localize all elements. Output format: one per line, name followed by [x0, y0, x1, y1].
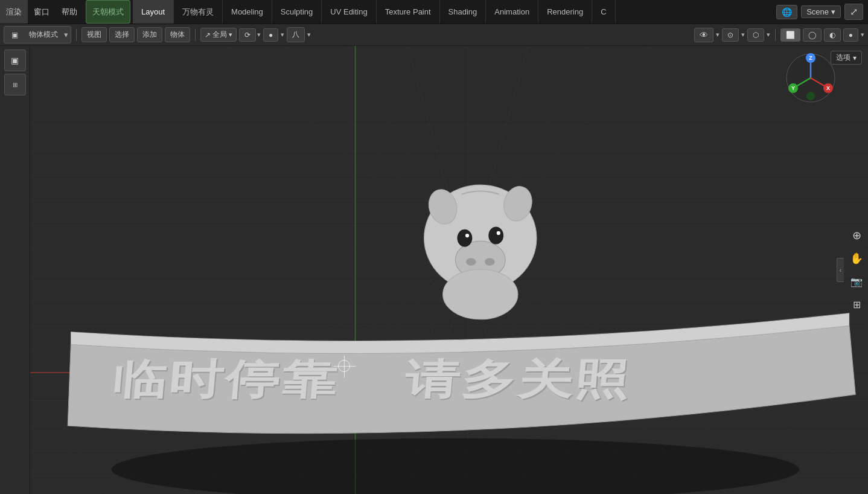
render-dropdown[interactable]: ▾ — [861, 31, 864, 39]
svg-point-51 — [488, 227, 503, 245]
tab-wanwu[interactable]: 万物有灵 — [174, 0, 223, 24]
tab-texture-paint[interactable]: Texture Paint — [377, 0, 440, 24]
rendered-mode-btn[interactable]: ◐ — [824, 28, 841, 42]
axis-gizmo[interactable]: Z X Y — [783, 51, 838, 105]
tool-select[interactable]: ▣ — [4, 50, 26, 71]
tab-modeling[interactable]: Modeling — [223, 0, 272, 24]
snap-dropdown[interactable]: ▾ — [257, 31, 261, 39]
sync-icon[interactable]: 🌐 — [776, 5, 797, 19]
eight-dropdown[interactable]: ▾ — [307, 31, 311, 39]
add-menu-btn[interactable]: 添加 — [137, 27, 162, 42]
proportional-btn[interactable]: ● — [263, 28, 278, 42]
xray-btn[interactable]: ⬡ — [747, 28, 764, 42]
mode-dropdown-arrow[interactable]: ▾ — [64, 30, 68, 39]
main-area: ▣ ⊞ Collection — [0, 46, 868, 494]
proportional-dropdown[interactable]: ▾ — [281, 31, 284, 39]
overlay-btn[interactable]: ⊙ — [722, 28, 739, 42]
viewport: Collection — [30, 46, 868, 494]
window-menu[interactable]: 窗口 — [28, 0, 56, 24]
tool-transform[interactable]: ⊞ — [4, 74, 26, 95]
scene-dropdown-arrow: ▾ — [831, 7, 835, 16]
mode-toggle-icon[interactable]: ▣ — [7, 29, 23, 41]
grid-view-btn[interactable]: ⊞ — [847, 295, 866, 313]
render-menu[interactable]: 渲染 — [0, 0, 28, 24]
tab-shading[interactable]: Shading — [440, 0, 487, 24]
tab-c[interactable]: C — [592, 0, 615, 24]
object-mode-btn[interactable]: 物体模式 — [24, 28, 63, 42]
transform-icon: ↗ — [205, 31, 211, 39]
snap-btn[interactable]: ⟳ — [239, 28, 256, 42]
tab-uv-editing[interactable]: UV Editing — [322, 0, 376, 24]
svg-text:X: X — [826, 85, 830, 91]
select-options-label: 选项 — [836, 53, 850, 63]
svg-point-50 — [457, 229, 472, 247]
scene-svg: 临时停靠 临时停靠 请多关照 请多关照 — [30, 46, 868, 494]
shading-dropdown[interactable]: ▾ — [716, 31, 720, 39]
separator-3 — [775, 29, 776, 41]
menu-right: 🌐 Scene ▾ ⤢ — [776, 4, 868, 20]
scene-name: Scene — [806, 7, 829, 16]
svg-rect-57 — [459, 282, 503, 301]
material-mode-btn[interactable]: ◯ — [803, 28, 822, 42]
eight-btn[interactable]: 八 — [287, 27, 305, 42]
mode-selector[interactable]: 天朝模式 — [86, 0, 130, 24]
separator-1 — [76, 29, 77, 41]
svg-point-52 — [465, 234, 469, 237]
xray-dropdown[interactable]: ▾ — [767, 31, 770, 39]
camera-btn[interactable]: 📷 — [847, 272, 866, 290]
svg-text:临时停靠: 临时停靠 — [110, 357, 340, 402]
workspace-tabs: Layout 万物有灵 Modeling Sculpting UV Editin… — [133, 0, 776, 24]
select-options-arrow: ▾ — [853, 54, 857, 62]
separator-2 — [195, 29, 196, 41]
svg-point-48 — [466, 258, 476, 265]
view-menu-btn[interactable]: 视图 — [81, 27, 107, 42]
menu-left: 渲染 窗口 帮助 天朝模式 — [0, 0, 133, 24]
scene-selector[interactable]: Scene ▾ — [801, 5, 841, 18]
tab-layout[interactable]: Layout — [133, 0, 174, 24]
top-menu-bar: 渲染 窗口 帮助 天朝模式 Layout 万物有灵 Modeling Sculp… — [0, 0, 868, 24]
expand-icon[interactable]: ⤢ — [844, 4, 863, 20]
global-dropdown[interactable]: ▾ — [229, 31, 232, 39]
tab-sculpting[interactable]: Sculpting — [272, 0, 322, 24]
select-menu-btn[interactable]: 选择 — [109, 27, 135, 42]
object-menu-btn[interactable]: 物体 — [165, 27, 190, 42]
left-panel: ▣ ⊞ — [0, 46, 30, 494]
second-toolbar: ▣ 物体模式 ▾ 视图 选择 添加 物体 ↗ 全局 ▾ ⟳ ▾ ● ▾ 八 ▾ … — [0, 24, 868, 46]
svg-text:请多关照: 请多关照 — [403, 357, 633, 402]
global-label: 全局 — [212, 30, 227, 40]
overlay-dropdown[interactable]: ▾ — [741, 31, 745, 39]
svg-point-49 — [485, 258, 495, 265]
pan-btn[interactable]: ✋ — [847, 249, 866, 268]
help-menu[interactable]: 帮助 — [56, 0, 83, 24]
zoom-in-btn[interactable]: ⊕ — [847, 226, 866, 245]
viewport-shading-btn[interactable]: 👁 — [694, 28, 713, 42]
svg-text:Y: Y — [791, 85, 795, 91]
svg-text:Z: Z — [809, 55, 812, 61]
svg-point-68 — [806, 92, 815, 100]
solid-mode-btn[interactable]: ⬜ — [780, 28, 800, 42]
cycles-mode-btn[interactable]: ● — [843, 28, 858, 42]
tab-rendering[interactable]: Rendering — [538, 0, 592, 24]
right-panel-collapse[interactable]: ‹ — [837, 258, 844, 282]
svg-point-53 — [497, 231, 500, 235]
tab-animation[interactable]: Animation — [486, 0, 538, 24]
